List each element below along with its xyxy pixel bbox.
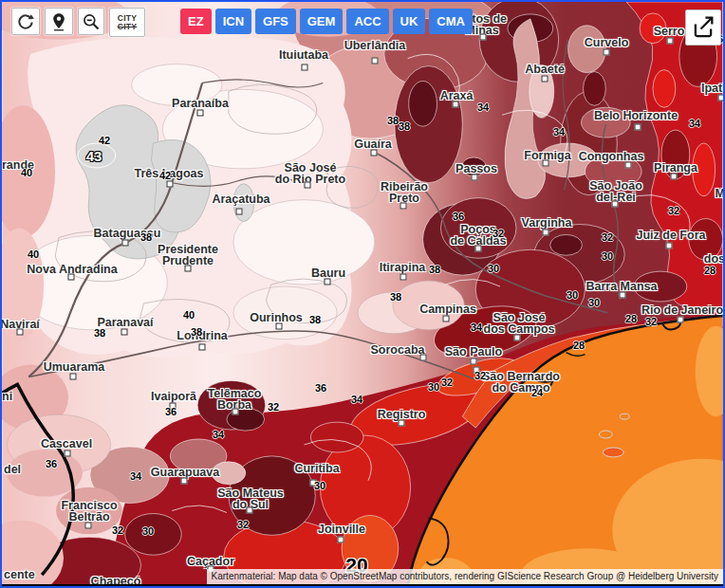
- location-pin-icon: [49, 11, 68, 32]
- model-buttons: EZICNGFSGEMACCUKCMA: [180, 9, 473, 34]
- refresh-icon: [16, 12, 35, 31]
- model-button-icn[interactable]: ICN: [215, 9, 251, 34]
- model-button-acc[interactable]: ACC: [346, 9, 388, 34]
- map-attribution: Kartenmaterial: Map data © OpenStreetMap…: [207, 569, 723, 584]
- bottom-edge: [2, 584, 723, 586]
- refresh-button[interactable]: [11, 8, 40, 35]
- locate-button[interactable]: [45, 8, 73, 35]
- share-button[interactable]: [685, 9, 721, 46]
- model-button-ez[interactable]: EZ: [180, 9, 212, 34]
- model-button-uk[interactable]: UK: [393, 9, 426, 34]
- model-button-cma[interactable]: CMA: [429, 9, 473, 34]
- share-icon: [691, 14, 716, 42]
- zoom-out-button[interactable]: [78, 8, 104, 35]
- city-labels-toggle-button[interactable]: CITY CITY: [109, 8, 145, 37]
- model-button-gem[interactable]: GEM: [300, 9, 344, 34]
- model-button-gfs[interactable]: GFS: [255, 9, 296, 34]
- weather-map-app: Patos deMinasCurveloSerroItuiutabaUberlâ…: [0, 0, 725, 588]
- city-toggle-off-label: CITY: [118, 23, 138, 31]
- temperature-map-canvas[interactable]: [2, 2, 723, 586]
- zoom-out-icon: [82, 12, 101, 31]
